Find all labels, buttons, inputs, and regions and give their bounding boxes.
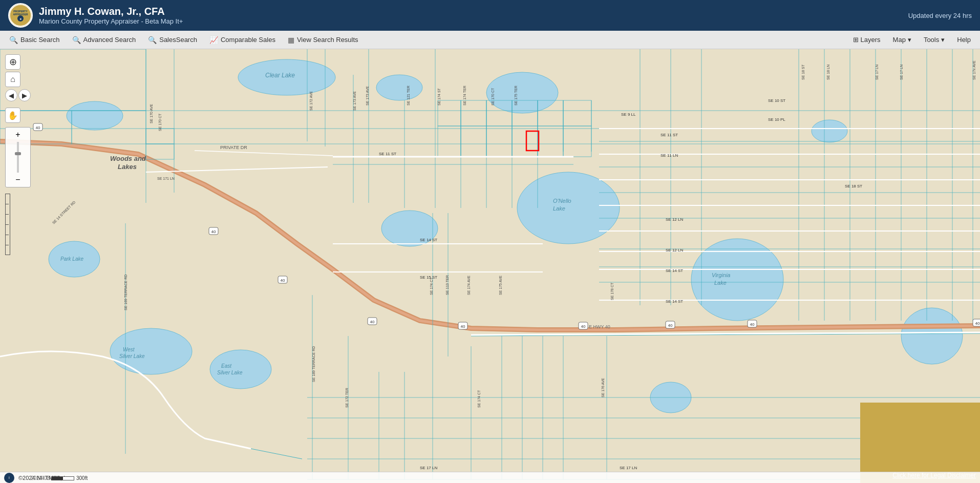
svg-text:40: 40 — [668, 323, 673, 328]
svg-text:Silver Lake: Silver Lake — [119, 353, 145, 359]
svg-text:SE 175 AVE: SE 175 AVE — [499, 276, 502, 295]
svg-text:SE 173 AVE: SE 173 AVE — [366, 86, 369, 106]
legal-disclaimer-button[interactable]: Click here for Legal Disclaimer — [860, 403, 980, 483]
svg-point-14 — [376, 75, 422, 100]
svg-rect-90 — [563, 100, 591, 126]
svg-text:Lake: Lake — [714, 280, 727, 286]
svg-text:SE 176 AVE: SE 176 AVE — [601, 378, 605, 397]
svg-text:O'Nello: O'Nello — [553, 198, 571, 204]
svg-text:SE 172 TER: SE 172 TER — [345, 388, 349, 408]
svg-point-17 — [901, 308, 963, 364]
svg-text:SE 174 ST: SE 174 ST — [437, 88, 441, 106]
svg-text:SE 174 AVE: SE 174 AVE — [467, 276, 471, 295]
svg-text:40: 40 — [461, 324, 465, 329]
svg-text:40: 40 — [750, 322, 755, 327]
bottom-bar: i ©2024 NII TMLS, Inc 2024-03-07A 300ft — [0, 472, 980, 483]
svg-text:SE 169 TERRACE RD: SE 169 TERRACE RD — [124, 275, 127, 310]
svg-point-7 — [517, 172, 620, 244]
svg-text:PRIVATE DR: PRIVATE DR — [220, 145, 247, 150]
update-status: Updated every 24 hrs — [908, 12, 972, 19]
map-button[interactable]: Map ▾ — [888, 34, 917, 46]
svg-text:SE 178 CT: SE 178 CT — [610, 282, 614, 300]
svg-text:SE 174 CT: SE 174 CT — [477, 390, 481, 408]
svg-text:Lake: Lake — [553, 205, 565, 212]
svg-text:SE 170 AVE: SE 170 AVE — [150, 104, 153, 123]
svg-text:Woods and: Woods and — [110, 155, 146, 162]
scale-label: 300ft — [76, 475, 88, 481]
svg-text:SE 121 TER: SE 121 TER — [407, 86, 410, 106]
svg-rect-91 — [438, 126, 461, 157]
map-controls: ⊕ ⌂ ◀ ▶ ✋ + − — [5, 54, 31, 255]
svg-text:West: West — [123, 347, 135, 352]
comparable-sales-button[interactable]: 📈 Comparable Sales — [204, 34, 281, 46]
tools-chevron-icon: ▾ — [941, 36, 945, 44]
appraiser-name: Jimmy H. Cowan, Jr., CFA — [39, 6, 183, 17]
zoom-in-button[interactable]: + — [12, 129, 24, 141]
help-label: Help — [957, 36, 971, 44]
svg-rect-96 — [563, 126, 591, 157]
basic-search-button[interactable]: 🔍 Basic Search — [4, 34, 65, 46]
view-results-button[interactable]: ▦ View Search Results — [283, 34, 364, 46]
nav-arrows: ◀ ▶ — [5, 89, 31, 101]
svg-rect-93 — [486, 126, 512, 157]
svg-point-9 — [110, 328, 192, 374]
svg-text:SE 170 CT: SE 170 CT — [158, 113, 162, 131]
nav-next-button[interactable]: ▶ — [18, 89, 31, 101]
svg-text:SE 14 ST: SE 14 ST — [666, 268, 683, 273]
toolbar: 🔍 Basic Search 🔍 Advanced Search 🔍 Sales… — [0, 31, 980, 49]
search-icon-3: 🔍 — [148, 36, 157, 44]
svg-text:Lakes: Lakes — [118, 163, 137, 171]
layers-label: Layers — [861, 36, 881, 44]
svg-text:SE 11 ST: SE 11 ST — [661, 133, 678, 137]
chart-icon: 📈 — [209, 36, 218, 44]
map-container[interactable]: SE 170 AVE SE 170 CT SE 172 AVE SE 173 A… — [0, 49, 980, 483]
svg-rect-92 — [461, 126, 486, 157]
svg-text:SE 17 LN: SE 17 LN — [420, 466, 437, 470]
svg-point-6 — [67, 101, 123, 130]
svg-text:SE 14 ST: SE 14 ST — [420, 238, 437, 242]
header-title: Jimmy H. Cowan, Jr., CFA Marion County P… — [39, 6, 183, 25]
map-chevron-icon: ▾ — [908, 36, 911, 44]
tools-button[interactable]: Tools ▾ — [919, 34, 950, 46]
svg-text:SE 18 ST: SE 18 ST — [801, 64, 805, 80]
basic-search-label: Basic Search — [20, 36, 60, 44]
svg-point-13 — [486, 72, 558, 113]
zoom-out-button[interactable]: − — [12, 174, 24, 186]
home-button[interactable]: ⌂ — [5, 72, 20, 87]
help-button[interactable]: Help — [952, 34, 976, 46]
header-left: PROPERTY APPRAISER ★ Jimmy H. Cowan, Jr.… — [8, 3, 183, 28]
svg-text:Virginia: Virginia — [712, 272, 731, 278]
logo: PROPERTY APPRAISER ★ — [8, 3, 33, 28]
header: PROPERTY APPRAISER ★ Jimmy H. Cowan, Jr.… — [0, 0, 980, 31]
svg-text:SE 11 ST: SE 11 ST — [379, 152, 396, 156]
svg-text:SE 170 CT: SE 170 CT — [491, 88, 495, 106]
svg-text:SE 14 STREET RD: SE 14 STREET RD — [52, 200, 76, 225]
svg-rect-95 — [538, 126, 563, 157]
svg-text:SE 14 ST: SE 14 ST — [666, 299, 683, 304]
layers-button[interactable]: ⊞ Layers — [848, 34, 886, 46]
svg-text:Park Lake: Park Lake — [60, 256, 83, 262]
zoom-handle[interactable] — [15, 152, 21, 155]
svg-text:SE 17 LN: SE 17 LN — [620, 466, 637, 470]
map-label: Map — [893, 36, 906, 44]
sales-search-label: SalesSearch — [159, 36, 197, 44]
search-icon-2: 🔍 — [72, 36, 81, 44]
toolbar-right: ⊞ Layers Map ▾ Tools ▾ Help — [848, 34, 976, 46]
svg-text:Silver Lake: Silver Lake — [217, 370, 243, 375]
advanced-search-button[interactable]: 🔍 Advanced Search — [67, 34, 141, 46]
nav-prev-button[interactable]: ◀ — [5, 89, 17, 101]
map-svg: SE 170 AVE SE 170 CT SE 172 AVE SE 173 A… — [0, 49, 980, 483]
svg-text:Clear Lake: Clear Lake — [265, 72, 295, 79]
comparable-sales-label: Comparable Sales — [221, 36, 275, 44]
view-results-label: View Search Results — [297, 36, 358, 44]
svg-text:40: 40 — [581, 324, 586, 329]
pan-tool-button[interactable]: ✋ — [5, 108, 20, 123]
sales-search-button[interactable]: 🔍 SalesSearch — [143, 34, 202, 46]
svg-text:SE 17 LN: SE 17 LN — [900, 65, 903, 80]
svg-text:SE 174 CT: SE 174 CT — [430, 277, 433, 295]
svg-text:E HWY 40: E HWY 40 — [589, 324, 610, 329]
zoom-scale — [17, 142, 19, 173]
svg-text:SE 12 LN: SE 12 LN — [666, 248, 683, 253]
svg-text:SE 17x AVE: SE 17x AVE — [972, 60, 976, 80]
gps-button[interactable]: ⊕ — [5, 54, 20, 70]
